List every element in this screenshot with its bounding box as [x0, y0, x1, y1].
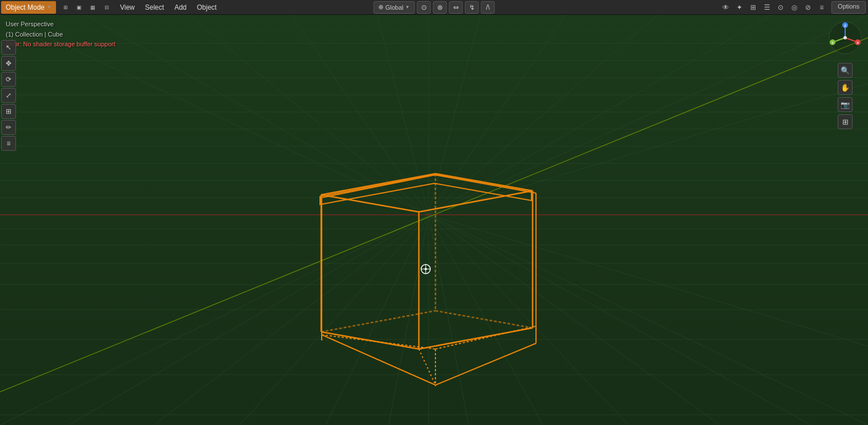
transform-icon-btn[interactable]: ↯ — [465, 1, 479, 14]
svg-line-27 — [429, 215, 469, 425]
viewport-shading-4[interactable]: ☰ — [761, 1, 773, 14]
svg-line-63 — [419, 191, 533, 212]
viewport-shading-7[interactable]: ⊘ — [802, 1, 814, 14]
svg-line-49 — [322, 175, 435, 198]
svg-point-75 — [425, 268, 427, 270]
menu-add[interactable]: Add — [170, 1, 191, 14]
icon-btn-1[interactable]: ⊞ — [59, 1, 72, 14]
svg-line-33 — [429, 215, 868, 346]
svg-line-56 — [322, 335, 435, 385]
mode-label: Object Mode — [6, 3, 45, 11]
viewport-shading-8[interactable]: ≡ — [815, 1, 828, 14]
svg-line-30 — [429, 215, 720, 425]
error-label: Error: No shader storage buffer support — [6, 39, 115, 50]
svg-point-88 — [843, 36, 847, 39]
mirror-icon-btn[interactable]: ⇔ — [449, 1, 463, 14]
annotate-tool-btn[interactable]: ✏ — [1, 120, 16, 135]
svg-line-21 — [69, 215, 429, 425]
global-label: Global — [385, 4, 403, 11]
svg-line-44 — [429, 15, 868, 215]
svg-line-57 — [435, 343, 536, 385]
svg-line-38 — [377, 15, 429, 215]
viewport-info: User Perspective (1) Collection | Cube E… — [6, 19, 115, 50]
proportional-icon-btn[interactable]: ⊗ — [433, 1, 447, 14]
svg-line-24 — [326, 215, 429, 425]
select-tool-btn[interactable]: ↖ — [1, 40, 16, 55]
svg-line-37 — [291, 15, 429, 215]
svg-marker-48 — [320, 175, 531, 205]
svg-line-42 — [429, 15, 657, 215]
svg-line-25 — [389, 215, 429, 425]
viewport-shading-3[interactable]: ⊞ — [747, 1, 759, 14]
header-right: 👁 ✦ ⊞ ☰ ⊙ ◎ ⊘ ≡ Options — [719, 1, 868, 14]
svg-line-54 — [435, 326, 536, 349]
pan-gizmo-btn[interactable]: ✋ — [838, 80, 853, 95]
snap-icon-btn[interactable]: ⊙ — [417, 1, 431, 14]
transform-tool-btn[interactable]: ⊞ — [1, 104, 16, 119]
svg-line-36 — [189, 15, 429, 215]
svg-line-69 — [321, 332, 419, 349]
mode-chevron-icon: ▼ — [47, 5, 51, 10]
options-button[interactable]: Options — [831, 1, 866, 14]
svg-line-53 — [322, 335, 435, 349]
mode-dropdown[interactable]: Object Mode ▼ — [1, 1, 56, 14]
svg-line-73 — [419, 349, 435, 385]
rotate-tool-btn[interactable]: ⟳ — [1, 72, 16, 87]
svg-line-62 — [435, 174, 533, 191]
svg-line-70 — [419, 328, 533, 349]
collection-label: (1) Collection | Cube — [6, 30, 115, 40]
viewport-3d[interactable]: User Perspective (1) Collection | Cube E… — [0, 15, 868, 425]
header-menu: View Select Add Object — [115, 1, 221, 14]
viewport-svg — [0, 15, 868, 425]
svg-line-35 — [86, 15, 429, 215]
viewport-shading-6[interactable]: ◎ — [788, 1, 801, 14]
perspective-label: User Perspective — [6, 19, 115, 30]
menu-view[interactable]: View — [115, 1, 139, 14]
svg-line-61 — [321, 174, 435, 195]
svg-line-29 — [429, 215, 629, 425]
svg-rect-0 — [0, 15, 868, 425]
viewport-shading-2[interactable]: ✦ — [733, 1, 746, 14]
svg-line-40 — [429, 15, 480, 215]
move-tool-btn[interactable]: ✥ — [1, 56, 16, 71]
menu-select[interactable]: Select — [141, 1, 169, 14]
viewport-gizmos: Z X Y 🔍 ✋ 📷 ⊞ — [828, 21, 862, 129]
svg-line-32 — [429, 215, 868, 425]
svg-point-74 — [421, 264, 430, 274]
svg-line-22 — [154, 215, 429, 425]
icon-btn-2[interactable]: ▣ — [73, 1, 86, 14]
svg-line-20 — [0, 215, 429, 425]
svg-line-41 — [429, 15, 566, 215]
global-dropdown[interactable]: ⊕ Global ▼ — [373, 1, 415, 14]
header-center: ⊕ Global ▼ ⊙ ⊗ ⇔ ↯ /\ — [373, 1, 495, 14]
svg-text:Z: Z — [844, 24, 846, 27]
header-icons-left: ⊞ ▣ ▦ ⊟ — [59, 1, 113, 14]
svg-line-43 — [429, 15, 771, 215]
icon-btn-3[interactable]: ▦ — [87, 1, 99, 14]
gizmo-tools: 🔍 ✋ 📷 ⊞ — [838, 63, 853, 129]
svg-line-50 — [435, 175, 536, 193]
svg-line-31 — [429, 215, 811, 425]
left-toolbar: ↖ ✥ ⟳ ⤢ ⊞ ✏ ≡ — [0, 38, 17, 153]
zoom-in-gizmo-btn[interactable]: 🔍 — [838, 63, 853, 78]
grid-gizmo-btn[interactable]: ⊞ — [838, 114, 853, 129]
svg-line-71 — [321, 311, 435, 332]
camera-gizmo-btn[interactable]: 📷 — [838, 97, 853, 112]
orientation-gizmo[interactable]: Z X Y — [828, 21, 862, 55]
scale-tool-btn[interactable]: ⤢ — [1, 88, 16, 103]
viewport-shading-1[interactable]: 👁 — [719, 1, 732, 14]
svg-text:X: X — [857, 41, 859, 45]
svg-line-45 — [429, 83, 868, 215]
svg-line-23 — [240, 215, 429, 425]
menu-object[interactable]: Object — [192, 1, 221, 14]
svg-line-72 — [435, 311, 533, 328]
measure-tool-btn[interactable]: ≡ — [1, 136, 16, 151]
icon-btn-4[interactable]: ⊟ — [101, 1, 113, 14]
viewport-shading-5[interactable]: ⊙ — [774, 1, 787, 14]
pivot-icon-btn[interactable]: /\ — [481, 1, 495, 14]
global-chevron-icon: ▼ — [405, 5, 410, 10]
svg-line-28 — [429, 215, 543, 425]
svg-line-64 — [321, 195, 419, 212]
svg-line-47 — [0, 38, 868, 392]
global-icon: ⊕ — [378, 3, 383, 11]
